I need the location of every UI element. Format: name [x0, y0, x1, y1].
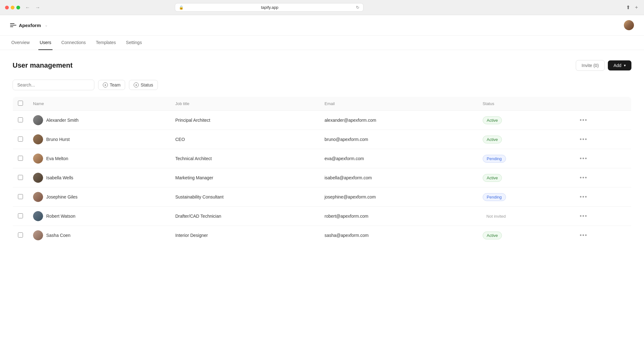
logo-text: Apexform: [19, 23, 41, 28]
forward-button[interactable]: →: [34, 4, 42, 11]
user-name-cell: Eva Melton: [28, 149, 170, 168]
row-checkbox-cell: [13, 130, 28, 149]
user-name: Eva Melton: [46, 156, 68, 161]
tab-overview[interactable]: Overview: [10, 36, 31, 50]
user-cell: Eva Melton: [33, 154, 165, 164]
status-cell: Pending: [478, 149, 572, 168]
row-checkbox[interactable]: [18, 213, 23, 218]
user-name: Robert Watson: [46, 214, 75, 219]
more-actions-button[interactable]: •••: [577, 116, 590, 125]
user-cell: Josephine Giles: [33, 192, 165, 202]
tab-connections[interactable]: Connections: [60, 36, 87, 50]
back-button[interactable]: ←: [24, 4, 31, 11]
traffic-light-minimize[interactable]: [11, 6, 14, 9]
email-cell: sasha@apexform.com: [319, 226, 478, 245]
row-checkbox[interactable]: [18, 117, 23, 122]
status-cell: Active: [478, 130, 572, 149]
job-title-cell: Sustainability Consultant: [170, 187, 319, 207]
logo-line-1: [10, 23, 14, 24]
user-avatar-image: [624, 20, 634, 30]
row-checkbox[interactable]: [18, 175, 23, 180]
app-logo: Apexform ⌄: [10, 23, 48, 28]
share-button[interactable]: ⬆: [626, 4, 630, 11]
select-all-column: [13, 97, 28, 111]
user-name: Bruno Hurst: [46, 137, 70, 142]
traffic-light-maximize[interactable]: [16, 6, 20, 9]
avatar-image: [33, 192, 43, 202]
user-name-cell: Robert Watson: [28, 207, 170, 226]
browser-chrome: ← → 🔒 tapify.app ↻ ⬆ ＋: [0, 0, 644, 15]
header-actions: Invite (0) Add ▾: [576, 60, 631, 71]
avatar-image: [33, 211, 43, 221]
tab-users[interactable]: Users: [38, 36, 53, 50]
logo-line-3: [10, 26, 13, 27]
more-actions-button[interactable]: •••: [577, 231, 590, 240]
job-title-cell: Drafter/CAD Technician: [170, 207, 319, 226]
email-cell: eva@apexform.com: [319, 149, 478, 168]
status-filter-button[interactable]: + Status: [129, 80, 158, 90]
traffic-light-close[interactable]: [5, 6, 9, 9]
status-badge: Active: [483, 116, 502, 124]
user-name-cell: Isabella Wells: [28, 168, 170, 187]
job-title-column-header: Job title: [170, 97, 319, 111]
table-header-row: Name Job title Email Status: [13, 97, 631, 111]
user-cell: Sasha Coen: [33, 230, 165, 240]
avatar[interactable]: [624, 20, 634, 30]
reload-button[interactable]: ↻: [356, 5, 359, 10]
more-actions-button[interactable]: •••: [577, 173, 590, 182]
add-button[interactable]: Add ▾: [608, 60, 631, 70]
email-column-header: Email: [319, 97, 478, 111]
status-badge: Not invited: [483, 213, 509, 220]
table-row: Eva Melton Technical Architect eva@apexf…: [13, 149, 631, 168]
more-actions-cell: •••: [572, 207, 631, 226]
row-checkbox-cell: [13, 226, 28, 245]
more-actions-button[interactable]: •••: [577, 193, 590, 202]
team-filter-button[interactable]: + Team: [98, 80, 125, 90]
chevron-down-icon: ⌄: [45, 23, 48, 27]
row-checkbox-cell: [13, 111, 28, 130]
tab-templates[interactable]: Templates: [95, 36, 117, 50]
row-checkbox[interactable]: [18, 194, 23, 199]
invite-button[interactable]: Invite (0): [576, 60, 605, 71]
address-bar[interactable]: 🔒 tapify.app ↻: [175, 3, 364, 12]
more-actions-button[interactable]: •••: [577, 135, 590, 144]
select-all-checkbox[interactable]: [18, 101, 23, 106]
browser-nav-buttons: ← →: [24, 4, 42, 11]
status-badge: Pending: [483, 155, 506, 163]
user-name-cell: Josephine Giles: [28, 187, 170, 207]
row-checkbox[interactable]: [18, 232, 23, 238]
new-tab-button[interactable]: ＋: [634, 4, 639, 11]
user-name: Josephine Giles: [46, 194, 78, 199]
more-actions-cell: •••: [572, 149, 631, 168]
nav-tabs: Overview Users Connections Templates Set…: [0, 36, 644, 50]
users-table: Name Job title Email Status Alexander Sm…: [13, 97, 631, 245]
tab-settings[interactable]: Settings: [125, 36, 143, 50]
more-actions-cell: •••: [572, 187, 631, 207]
job-title-cell: Interior Designer: [170, 226, 319, 245]
row-checkbox[interactable]: [18, 137, 23, 142]
logo-line-2: [10, 25, 16, 25]
job-title-cell: Principal Architect: [170, 111, 319, 130]
table-row: Josephine Giles Sustainability Consultan…: [13, 187, 631, 207]
avatar-image: [33, 230, 43, 240]
page-title: User management: [13, 61, 73, 70]
email-cell: bruno@apexform.com: [319, 130, 478, 149]
user-cell: Bruno Hurst: [33, 134, 165, 144]
row-checkbox[interactable]: [18, 156, 23, 161]
row-checkbox-cell: [13, 187, 28, 207]
more-actions-button[interactable]: •••: [577, 212, 590, 221]
more-actions-button[interactable]: •••: [577, 154, 590, 163]
email-cell: alexander@apexform.com: [319, 111, 478, 130]
avatar-image: [33, 173, 43, 183]
add-button-label: Add: [613, 63, 621, 68]
status-badge: Active: [483, 174, 502, 182]
avatar: [33, 230, 43, 240]
user-name: Alexander Smith: [46, 118, 79, 123]
more-actions-cell: •••: [572, 168, 631, 187]
user-name: Sasha Coen: [46, 233, 70, 238]
row-checkbox-cell: [13, 149, 28, 168]
user-name-cell: Sasha Coen: [28, 226, 170, 245]
status-badge: Active: [483, 136, 502, 143]
search-input[interactable]: [13, 80, 94, 90]
table-row: Alexander Smith Principal Architect alex…: [13, 111, 631, 130]
